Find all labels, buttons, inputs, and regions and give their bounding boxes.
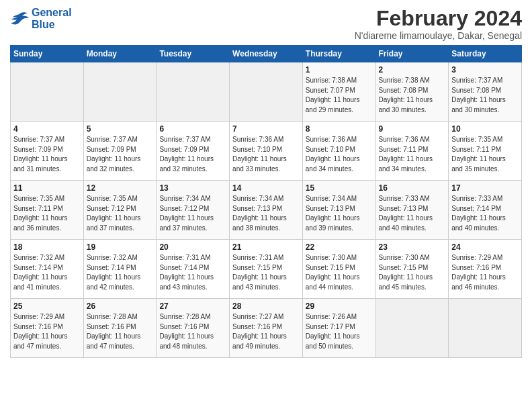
cell-w2-d2: 5Sunrise: 7:37 AM Sunset: 7:09 PM Daylig…: [83, 122, 157, 181]
day-number: 24: [451, 242, 519, 252]
cell-w4-d1: 18Sunrise: 7:32 AM Sunset: 7:14 PM Dayli…: [11, 240, 84, 299]
cell-w2-d5: 8Sunrise: 7:36 AM Sunset: 7:10 PM Daylig…: [302, 122, 375, 181]
cell-w4-d5: 22Sunrise: 7:30 AM Sunset: 7:15 PM Dayli…: [302, 240, 375, 299]
cell-w3-d6: 16Sunrise: 7:33 AM Sunset: 7:13 PM Dayli…: [375, 181, 449, 240]
cell-w5-d7: [449, 299, 522, 358]
cell-w4-d7: 24Sunrise: 7:29 AM Sunset: 7:16 PM Dayli…: [449, 240, 522, 299]
day-number: 8: [306, 124, 373, 134]
day-info: Sunrise: 7:34 AM Sunset: 7:13 PM Dayligh…: [232, 194, 300, 233]
cell-w5-d5: 29Sunrise: 7:26 AM Sunset: 7:17 PM Dayli…: [302, 299, 375, 358]
day-info: Sunrise: 7:38 AM Sunset: 7:08 PM Dayligh…: [379, 76, 446, 115]
calendar-subtitle: N'diareme limamoulaye, Dakar, Senegal: [355, 30, 522, 41]
day-info: Sunrise: 7:34 AM Sunset: 7:12 PM Dayligh…: [159, 194, 226, 233]
day-number: 28: [232, 302, 300, 311]
cell-w3-d2: 12Sunrise: 7:35 AM Sunset: 7:12 PM Dayli…: [83, 181, 157, 240]
day-number: 9: [379, 124, 446, 134]
cell-w5-d6: [375, 299, 449, 358]
col-friday: Friday: [375, 46, 449, 62]
day-info: Sunrise: 7:37 AM Sunset: 7:08 PM Dayligh…: [451, 76, 519, 115]
day-number: 21: [232, 242, 300, 252]
cell-w1-d2: [83, 62, 157, 122]
cell-w2-d1: 4Sunrise: 7:37 AM Sunset: 7:09 PM Daylig…: [11, 122, 84, 181]
day-number: 13: [159, 183, 226, 193]
day-info: Sunrise: 7:37 AM Sunset: 7:09 PM Dayligh…: [159, 135, 226, 174]
day-info: Sunrise: 7:38 AM Sunset: 7:07 PM Dayligh…: [306, 76, 373, 115]
col-saturday: Saturday: [449, 46, 522, 62]
day-number: 12: [87, 183, 154, 193]
cell-w5-d4: 28Sunrise: 7:27 AM Sunset: 7:16 PM Dayli…: [230, 299, 303, 358]
day-number: 10: [451, 124, 519, 134]
cell-w1-d3: [157, 62, 230, 122]
week-row-2: 4Sunrise: 7:37 AM Sunset: 7:09 PM Daylig…: [11, 122, 522, 181]
day-info: Sunrise: 7:28 AM Sunset: 7:16 PM Dayligh…: [87, 312, 154, 351]
cell-w2-d4: 7Sunrise: 7:36 AM Sunset: 7:10 PM Daylig…: [230, 122, 303, 181]
day-number: 1: [306, 65, 373, 75]
day-number: 14: [232, 183, 300, 193]
cell-w3-d7: 17Sunrise: 7:33 AM Sunset: 7:14 PM Dayli…: [449, 181, 522, 240]
day-info: Sunrise: 7:29 AM Sunset: 7:16 PM Dayligh…: [451, 253, 519, 292]
col-sunday: Sunday: [11, 46, 84, 62]
cell-w3-d3: 13Sunrise: 7:34 AM Sunset: 7:12 PM Dayli…: [157, 181, 230, 240]
cell-w2-d6: 9Sunrise: 7:36 AM Sunset: 7:11 PM Daylig…: [375, 122, 449, 181]
day-number: 26: [87, 302, 154, 311]
day-info: Sunrise: 7:29 AM Sunset: 7:16 PM Dayligh…: [13, 312, 81, 351]
calendar-table: Sunday Monday Tuesday Wednesday Thursday…: [10, 45, 522, 358]
cell-w5-d3: 27Sunrise: 7:28 AM Sunset: 7:16 PM Dayli…: [157, 299, 230, 358]
cell-w4-d6: 23Sunrise: 7:30 AM Sunset: 7:15 PM Dayli…: [375, 240, 449, 299]
day-number: 29: [306, 302, 373, 311]
calendar-body: 1Sunrise: 7:38 AM Sunset: 7:07 PM Daylig…: [11, 62, 522, 358]
day-info: Sunrise: 7:35 AM Sunset: 7:11 PM Dayligh…: [13, 194, 81, 233]
col-wednesday: Wednesday: [230, 46, 303, 62]
logo: General Blue: [10, 7, 72, 30]
day-info: Sunrise: 7:30 AM Sunset: 7:15 PM Dayligh…: [306, 253, 373, 292]
title-block: February 2024 N'diareme limamoulaye, Dak…: [355, 7, 522, 41]
cell-w2-d7: 10Sunrise: 7:35 AM Sunset: 7:11 PM Dayli…: [449, 122, 522, 181]
day-number: 23: [379, 242, 446, 252]
day-number: 19: [87, 242, 154, 252]
cell-w1-d5: 1Sunrise: 7:38 AM Sunset: 7:07 PM Daylig…: [302, 62, 375, 122]
cell-w3-d4: 14Sunrise: 7:34 AM Sunset: 7:13 PM Dayli…: [230, 181, 303, 240]
day-number: 6: [159, 124, 226, 134]
logo-bird-icon: [10, 11, 29, 26]
day-number: 27: [159, 302, 226, 311]
day-number: 11: [13, 183, 81, 193]
day-number: 22: [306, 242, 373, 252]
week-row-4: 18Sunrise: 7:32 AM Sunset: 7:14 PM Dayli…: [11, 240, 522, 299]
day-info: Sunrise: 7:26 AM Sunset: 7:17 PM Dayligh…: [306, 312, 373, 351]
col-monday: Monday: [83, 46, 157, 62]
day-info: Sunrise: 7:28 AM Sunset: 7:16 PM Dayligh…: [159, 312, 226, 351]
day-info: Sunrise: 7:27 AM Sunset: 7:16 PM Dayligh…: [232, 312, 300, 351]
day-info: Sunrise: 7:31 AM Sunset: 7:15 PM Dayligh…: [232, 253, 300, 292]
day-info: Sunrise: 7:33 AM Sunset: 7:14 PM Dayligh…: [451, 194, 519, 233]
day-info: Sunrise: 7:37 AM Sunset: 7:09 PM Dayligh…: [13, 135, 81, 174]
cell-w1-d1: [11, 62, 84, 122]
day-info: Sunrise: 7:36 AM Sunset: 7:10 PM Dayligh…: [232, 135, 300, 174]
cell-w1-d6: 2Sunrise: 7:38 AM Sunset: 7:08 PM Daylig…: [375, 62, 449, 122]
day-number: 20: [159, 242, 226, 252]
calendar-header: Sunday Monday Tuesday Wednesday Thursday…: [11, 46, 522, 62]
calendar-title: February 2024: [355, 7, 522, 30]
day-info: Sunrise: 7:34 AM Sunset: 7:13 PM Dayligh…: [306, 194, 373, 233]
day-number: 25: [13, 302, 81, 311]
day-number: 7: [232, 124, 300, 134]
col-thursday: Thursday: [302, 46, 375, 62]
day-info: Sunrise: 7:36 AM Sunset: 7:10 PM Dayligh…: [306, 135, 373, 174]
day-info: Sunrise: 7:32 AM Sunset: 7:14 PM Dayligh…: [87, 253, 154, 292]
day-info: Sunrise: 7:35 AM Sunset: 7:12 PM Dayligh…: [87, 194, 154, 233]
day-info: Sunrise: 7:32 AM Sunset: 7:14 PM Dayligh…: [13, 253, 81, 292]
cell-w1-d4: [230, 62, 303, 122]
cell-w3-d5: 15Sunrise: 7:34 AM Sunset: 7:13 PM Dayli…: [302, 181, 375, 240]
day-number: 15: [306, 183, 373, 193]
cell-w2-d3: 6Sunrise: 7:37 AM Sunset: 7:09 PM Daylig…: [157, 122, 230, 181]
day-number: 16: [379, 183, 446, 193]
day-info: Sunrise: 7:35 AM Sunset: 7:11 PM Dayligh…: [451, 135, 519, 174]
header-row: Sunday Monday Tuesday Wednesday Thursday…: [11, 46, 522, 62]
week-row-3: 11Sunrise: 7:35 AM Sunset: 7:11 PM Dayli…: [11, 181, 522, 240]
cell-w3-d1: 11Sunrise: 7:35 AM Sunset: 7:11 PM Dayli…: [11, 181, 84, 240]
cell-w1-d7: 3Sunrise: 7:37 AM Sunset: 7:08 PM Daylig…: [449, 62, 522, 122]
week-row-1: 1Sunrise: 7:38 AM Sunset: 7:07 PM Daylig…: [11, 62, 522, 122]
day-number: 2: [379, 65, 446, 75]
header: General Blue February 2024 N'diareme lim…: [10, 7, 522, 41]
cell-w5-d2: 26Sunrise: 7:28 AM Sunset: 7:16 PM Dayli…: [83, 299, 157, 358]
day-number: 3: [451, 65, 519, 75]
